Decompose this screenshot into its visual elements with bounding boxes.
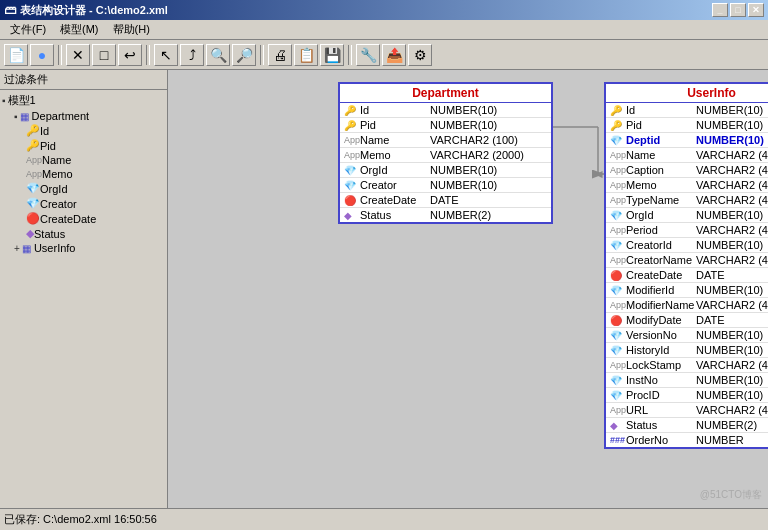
- tree-department[interactable]: ▪ ▦ Department: [2, 109, 165, 123]
- save-button[interactable]: 💾: [320, 44, 344, 66]
- close-button[interactable]: ✕: [748, 3, 764, 17]
- dept-row-memo[interactable]: App Memo VARCHAR2 (2000): [340, 148, 551, 163]
- diamond-icon-versionno: 💎: [610, 330, 626, 341]
- dept-row-orgid[interactable]: 💎 OrgId NUMBER(10): [340, 163, 551, 178]
- user-type-createdate: DATE: [696, 269, 725, 281]
- export-button[interactable]: 📤: [382, 44, 406, 66]
- field-type-orgid: NUMBER(10): [430, 164, 497, 176]
- user-row-modifiername[interactable]: App ModifierName VARCHAR2 (4UU): [606, 298, 768, 313]
- tree-dept-id[interactable]: 🔑 Id: [2, 123, 165, 138]
- user-type-historyid: NUMBER(10): [696, 344, 763, 356]
- dept-row-name[interactable]: App Name VARCHAR2 (100): [340, 133, 551, 148]
- expand-icon-root: ▪: [2, 95, 6, 106]
- tree-dept-creator[interactable]: 💎 Creator: [2, 196, 165, 211]
- user-row-historyid[interactable]: 💎 HistoryId NUMBER(10): [606, 343, 768, 358]
- userinfo-table[interactable]: UserInfo 🔑 Id NUMBER(10) 🔑 Pid NUMBER(10…: [604, 82, 768, 449]
- user-field-period: Period: [626, 224, 696, 236]
- user-field-instno: InstNo: [626, 374, 696, 386]
- user-row-creatorname[interactable]: App CreatorName VARCHAR2 (4000): [606, 253, 768, 268]
- copy-button[interactable]: 📋: [294, 44, 318, 66]
- settings-button[interactable]: 🔧: [356, 44, 380, 66]
- user-row-pid[interactable]: 🔑 Pid NUMBER(10): [606, 118, 768, 133]
- main-area: 过滤条件 ▪ 模型1 ▪ ▦ Department 🔑 Id 🔑 Pid: [0, 70, 768, 508]
- dept-row-id[interactable]: 🔑 Id NUMBER(10): [340, 103, 551, 118]
- user-type-pid: NUMBER(10): [696, 119, 763, 131]
- undo-button[interactable]: ↩: [118, 44, 142, 66]
- user-row-period[interactable]: App Period VARCHAR2 (4000): [606, 223, 768, 238]
- dept-row-status[interactable]: ◆ Status NUMBER(2): [340, 208, 551, 222]
- tree-dept-pid[interactable]: 🔑 Pid: [2, 138, 165, 153]
- zoom-out-button[interactable]: 🔎: [232, 44, 256, 66]
- user-field-orderno: OrderNo: [626, 434, 696, 446]
- department-table[interactable]: Department 🔑 Id NUMBER(10) 🔑 Pid NUMBER(…: [338, 82, 553, 224]
- menu-file[interactable]: 文件(F): [4, 20, 52, 39]
- user-row-memo[interactable]: App Memo VARCHAR2 (4000): [606, 178, 768, 193]
- diamond2-icon-ustatus: ◆: [610, 420, 626, 431]
- user-row-status[interactable]: ◆ Status NUMBER(2): [606, 418, 768, 433]
- toolbar-sep-4: [348, 45, 352, 65]
- diamond-icon-modifierid: 💎: [610, 285, 626, 296]
- field-type-id: NUMBER(10): [430, 104, 497, 116]
- tree-dept-createdate[interactable]: 🔴 CreateDate: [2, 211, 165, 226]
- user-row-createdate[interactable]: 🔴 CreateDate DATE: [606, 268, 768, 283]
- user-type-orderno: NUMBER: [696, 434, 744, 446]
- open-button[interactable]: ●: [30, 44, 54, 66]
- app-icon: 🗃: [4, 3, 16, 17]
- key-icon-id: 🔑: [26, 124, 40, 137]
- user-row-instno[interactable]: 💎 InstNo NUMBER(10): [606, 373, 768, 388]
- user-row-lockstamp[interactable]: App LockStamp VARCHAR2 (4000): [606, 358, 768, 373]
- tree-dept-orgid[interactable]: 💎 OrgId: [2, 181, 165, 196]
- user-row-id[interactable]: 🔑 Id NUMBER(10): [606, 103, 768, 118]
- tree-dept-memo[interactable]: App Memo: [2, 167, 165, 181]
- tree-dept-status[interactable]: ◆ Status: [2, 226, 165, 241]
- tree-root[interactable]: ▪ 模型1: [2, 92, 165, 109]
- field-name-memo: Memo: [360, 149, 430, 161]
- user-row-url[interactable]: App URL VARCHAR2 (4UU): [606, 403, 768, 418]
- delete-button[interactable]: ✕: [66, 44, 90, 66]
- extra-button[interactable]: ⚙: [408, 44, 432, 66]
- user-row-name[interactable]: App Name VARCHAR2 (4000): [606, 148, 768, 163]
- square-button[interactable]: □: [92, 44, 116, 66]
- field-type-status: NUMBER(2): [430, 209, 491, 221]
- zoom-in-button[interactable]: 🔍: [206, 44, 230, 66]
- user-field-id: Id: [626, 104, 696, 116]
- key-icon-upid: 🔑: [610, 120, 626, 131]
- menu-help[interactable]: 帮助(H): [107, 20, 156, 39]
- dept-row-pid[interactable]: 🔑 Pid NUMBER(10): [340, 118, 551, 133]
- user-row-procid[interactable]: 💎 ProcID NUMBER(10): [606, 388, 768, 403]
- canvas-area[interactable]: Department 🔑 Id NUMBER(10) 🔑 Pid NUMBER(…: [168, 70, 768, 508]
- menu-model[interactable]: 模型(M): [54, 20, 105, 39]
- app-icon-uname: App: [610, 150, 626, 160]
- tree-dept-name[interactable]: App Name: [2, 153, 165, 167]
- dept-row-creator[interactable]: 💎 Creator NUMBER(10): [340, 178, 551, 193]
- key-icon: 🔑: [344, 105, 360, 116]
- relation-button[interactable]: ⤴: [180, 44, 204, 66]
- window-title: 表结构设计器 - C:\demo2.xml: [20, 3, 168, 18]
- print-button[interactable]: 🖨: [268, 44, 292, 66]
- user-row-modifierid[interactable]: 💎 ModifierId NUMBER(10): [606, 283, 768, 298]
- minimize-button[interactable]: _: [712, 3, 728, 17]
- user-row-versionno[interactable]: 💎 VersionNo NUMBER(10): [606, 328, 768, 343]
- user-row-orgid[interactable]: 💎 OrgId NUMBER(10): [606, 208, 768, 223]
- user-field-versionno: VersionNo: [626, 329, 696, 341]
- title-bar-buttons[interactable]: _ □ ✕: [712, 3, 764, 17]
- field-name-name: Name: [360, 134, 430, 146]
- user-row-caption[interactable]: App Caption VARCHAR2 (4000): [606, 163, 768, 178]
- diamond2-icon-status: ◆: [344, 210, 360, 221]
- user-row-modifydate[interactable]: 🔴 ModifyDate DATE: [606, 313, 768, 328]
- toolbar-sep-2: [146, 45, 150, 65]
- user-row-creatorid[interactable]: 💎 CreatorId NUMBER(10): [606, 238, 768, 253]
- title-bar-left: 🗃 表结构设计器 - C:\demo2.xml: [4, 3, 168, 18]
- new-button[interactable]: 📄: [4, 44, 28, 66]
- user-row-typename[interactable]: App TypeName VARCHAR2 (4UU): [606, 193, 768, 208]
- user-row-deptid[interactable]: 💎 Deptid NUMBER(10): [606, 133, 768, 148]
- diamond-icon-instno: 💎: [610, 375, 626, 386]
- tree-dept-status-label: Status: [34, 228, 65, 240]
- tree-userinfo[interactable]: + ▦ UserInfo: [2, 241, 165, 255]
- dept-row-createdate[interactable]: 🔴 CreateDate DATE: [340, 193, 551, 208]
- cursor-button[interactable]: ↖: [154, 44, 178, 66]
- app-icon-name: App: [344, 135, 360, 145]
- user-field-orgid: OrgId: [626, 209, 696, 221]
- user-row-orderno[interactable]: ### OrderNo NUMBER: [606, 433, 768, 447]
- maximize-button[interactable]: □: [730, 3, 746, 17]
